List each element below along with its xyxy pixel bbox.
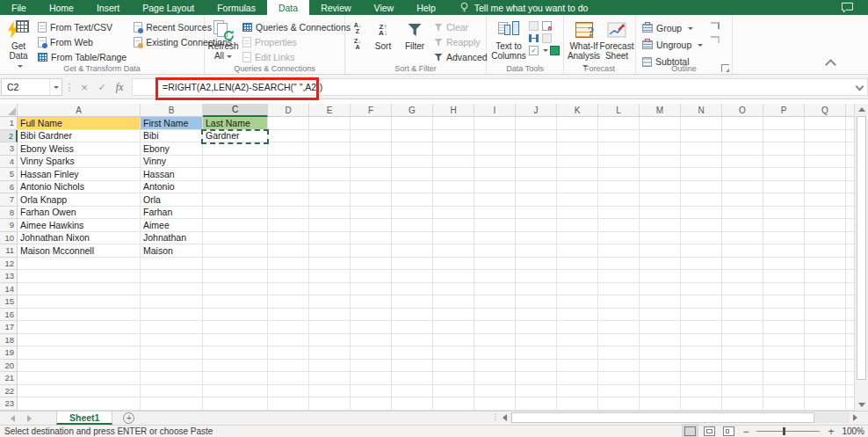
cell-M22[interactable] — [640, 385, 681, 398]
cell-L9[interactable] — [598, 219, 640, 232]
row-header-15[interactable]: 15 — [0, 295, 18, 309]
cell-N1[interactable] — [681, 117, 722, 130]
cell-L16[interactable] — [598, 309, 640, 322]
column-header-P[interactable]: P — [763, 104, 805, 117]
cell-K21[interactable] — [557, 372, 598, 385]
cell-M10[interactable] — [640, 232, 681, 245]
cell-L7[interactable] — [598, 193, 640, 207]
cell-G23[interactable] — [392, 397, 433, 411]
cell-C22[interactable] — [203, 385, 268, 398]
cell-F21[interactable] — [351, 372, 392, 385]
formula-input[interactable]: =RIGHT(A2,LEN(A2)-SEARCH(" ",A2)) — [132, 78, 868, 96]
cell-E14[interactable] — [309, 283, 351, 296]
cell-Q11[interactable] — [805, 244, 846, 258]
tab-home[interactable]: Home — [38, 0, 85, 15]
cell-N11[interactable] — [681, 244, 722, 258]
cell-M6[interactable] — [640, 181, 681, 194]
cell-M15[interactable] — [640, 295, 681, 309]
cell-G2[interactable] — [392, 130, 433, 143]
cell-J2[interactable] — [516, 130, 557, 143]
cell-D15[interactable] — [268, 295, 309, 309]
cell-B6[interactable]: Antonio — [141, 181, 203, 194]
cell-G3[interactable] — [392, 142, 433, 156]
name-box[interactable]: C2 — [1, 78, 62, 96]
cell-X22[interactable] — [846, 385, 854, 398]
cell-E19[interactable] — [309, 346, 351, 360]
page-break-view-icon[interactable] — [723, 426, 734, 436]
sort-za-button[interactable]: Z↓A — [349, 38, 366, 50]
cell-P14[interactable] — [763, 283, 805, 296]
cell-H13[interactable] — [433, 270, 474, 283]
name-box-dropdown[interactable] — [49, 79, 61, 95]
zoom-out-button[interactable]: − — [742, 427, 749, 436]
cell-H3[interactable] — [433, 142, 474, 156]
cell-B3[interactable]: Ebony — [141, 142, 203, 156]
cell-H15[interactable] — [433, 295, 474, 309]
scroll-down-button[interactable] — [856, 399, 867, 411]
cell-J14[interactable] — [516, 283, 557, 296]
cell-N9[interactable] — [681, 219, 722, 232]
cell-L2[interactable] — [598, 130, 640, 143]
cell-H20[interactable] — [433, 360, 474, 373]
cell-B2[interactable]: Bibi — [141, 130, 203, 143]
sheet-tab-sheet1[interactable]: Sheet1 — [56, 412, 112, 425]
cell-I11[interactable] — [474, 244, 516, 258]
cell-Q20[interactable] — [805, 360, 846, 373]
row-header-22[interactable]: 22 — [0, 385, 18, 398]
cell-C16[interactable] — [203, 309, 268, 322]
cell-J16[interactable] — [516, 309, 557, 322]
column-header-N[interactable]: N — [681, 104, 722, 117]
cell-O4[interactable] — [722, 156, 763, 169]
cell-A9[interactable]: Aimee Hawkins — [18, 219, 141, 232]
cell-L1[interactable] — [598, 117, 640, 130]
cell-Q14[interactable] — [805, 283, 846, 296]
row-header-2[interactable]: 2 — [0, 130, 18, 143]
cell-Q6[interactable] — [805, 181, 846, 194]
cell-I6[interactable] — [474, 181, 516, 194]
tab-scroll-splitter[interactable]: ⋮ — [491, 412, 499, 421]
tab-file[interactable]: File — [0, 0, 38, 15]
cell-H16[interactable] — [433, 309, 474, 322]
cell-O19[interactable] — [722, 346, 763, 360]
cell-P3[interactable] — [763, 142, 805, 156]
cell-J8[interactable] — [516, 207, 557, 220]
cell-K23[interactable] — [557, 397, 598, 411]
cell-N8[interactable] — [681, 207, 722, 220]
cell-O21[interactable] — [722, 372, 763, 385]
cell-H19[interactable] — [433, 346, 474, 360]
cell-B22[interactable] — [141, 385, 203, 398]
cell-O6[interactable] — [722, 181, 763, 194]
cell-A7[interactable]: Orla Knapp — [18, 193, 141, 207]
cell-M8[interactable] — [640, 207, 681, 220]
cell-C9[interactable] — [203, 219, 268, 232]
cell-P18[interactable] — [763, 334, 805, 347]
cell-D23[interactable] — [268, 397, 309, 411]
row-header-3[interactable]: 3 — [0, 142, 18, 156]
column-header-F[interactable]: F — [351, 104, 392, 117]
cell-X19[interactable] — [846, 346, 854, 360]
cell-Q16[interactable] — [805, 309, 846, 322]
vertical-scrollbar[interactable] — [854, 104, 868, 411]
insert-function-icon[interactable]: fx — [112, 78, 127, 96]
cell-L8[interactable] — [598, 207, 640, 220]
cell-J3[interactable] — [516, 142, 557, 156]
text-to-columns-button[interactable]: Text to Columns — [490, 18, 527, 62]
zoom-slider[interactable] — [756, 431, 820, 432]
row-header-6[interactable]: 6 — [0, 181, 18, 194]
vertical-scroll-thumb[interactable] — [857, 116, 866, 380]
cell-N2[interactable] — [681, 130, 722, 143]
cell-N10[interactable] — [681, 232, 722, 245]
cell-F12[interactable] — [351, 258, 392, 271]
cell-E7[interactable] — [309, 193, 351, 207]
cell-O8[interactable] — [722, 207, 763, 220]
cell-J4[interactable] — [516, 156, 557, 169]
cell-K3[interactable] — [557, 142, 598, 156]
cell-L23[interactable] — [598, 397, 640, 411]
column-header-Q[interactable]: Q — [805, 104, 846, 117]
cell-C18[interactable] — [203, 334, 268, 347]
cell-J1[interactable] — [516, 117, 557, 130]
cell-K5[interactable] — [557, 168, 598, 181]
cell-J23[interactable] — [516, 397, 557, 411]
cell-G14[interactable] — [392, 283, 433, 296]
cell-P7[interactable] — [763, 193, 805, 207]
